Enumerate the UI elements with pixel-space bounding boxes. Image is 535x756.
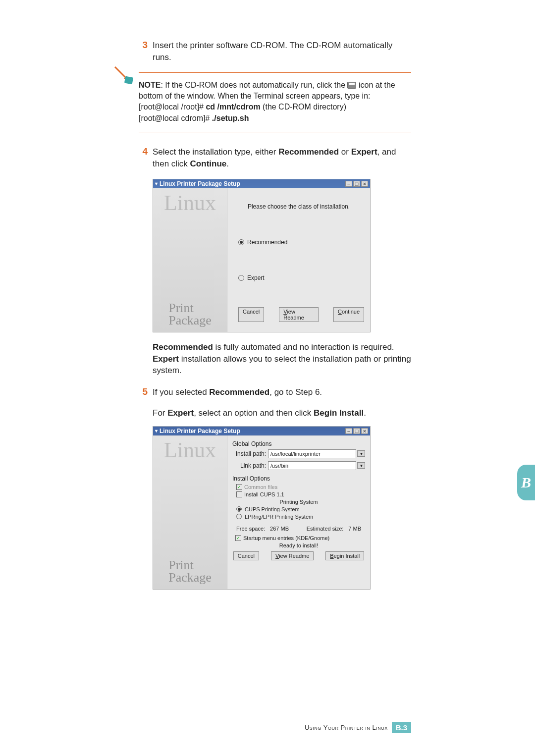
note-icon <box>112 64 134 86</box>
common-files-checkbox[interactable]: Common files <box>232 484 365 490</box>
link-path-input[interactable]: /usr/bin <box>268 461 356 470</box>
step-text: If you selected Recommended, go to Step … <box>153 386 411 398</box>
step4-b1: Recommended <box>278 147 339 157</box>
step5-b1: Recommended <box>209 387 269 397</box>
step-text: Insert the printer software CD-ROM. The … <box>153 40 411 63</box>
dialog-main: Please choose the class of installation.… <box>227 188 370 332</box>
install-cups-checkbox[interactable]: Install CUPS 1.1 <box>232 491 365 497</box>
cmd1-prefix: [root@local /root]# <box>139 103 206 111</box>
dialog-body: Linux PrintPackage Global Options Instal… <box>153 435 370 589</box>
step4-mid: or <box>339 147 351 157</box>
dialog-sidebar: Linux PrintPackage <box>153 188 227 332</box>
step-number: 4 <box>139 146 153 170</box>
global-options-label: Global Options <box>232 440 365 447</box>
continue-button[interactable]: Continue <box>333 307 364 322</box>
radio-dot-icon <box>238 239 244 245</box>
pe-b2: Begin Install <box>314 408 364 418</box>
svg-rect-0 <box>124 76 133 84</box>
pe-t1: For <box>153 408 167 418</box>
dialog-titlebar[interactable]: ▾ Linux Printer Package Setup – □ × <box>153 427 370 435</box>
brand-package: Package <box>168 570 212 585</box>
minimize-button[interactable]: – <box>345 181 352 187</box>
view-readme-button[interactable]: View Readme <box>271 551 314 560</box>
radio-dot-icon <box>236 514 242 519</box>
section-tab: B <box>517 465 535 500</box>
radio-recommended[interactable]: Recommended <box>238 239 364 246</box>
step4-a: Select the installation type, either <box>153 147 278 157</box>
recommended-paragraph: Recommended is fully automated and no in… <box>153 341 411 377</box>
link-path-label: Link path: <box>232 462 268 469</box>
view-readme-button[interactable]: View Readme <box>279 307 319 322</box>
dialog-button-row: Cancel View Readme Continue <box>233 305 364 326</box>
btn-rest: ontinue <box>342 309 360 315</box>
install-path-input[interactable]: /usr/local/linuxprinter <box>268 449 356 458</box>
radio-label: Recommended <box>247 239 287 246</box>
step-number: 5 <box>139 386 153 398</box>
install-options-label: Install Options <box>232 475 365 482</box>
brand-printpackage: PrintPackage <box>165 302 214 326</box>
page-footer: Using Your Printer in Linux B.3 <box>305 722 411 733</box>
para-rec-b1: Recommended <box>153 342 213 352</box>
step4-end: . <box>226 159 229 168</box>
cmd2-bold: ./setup.sh <box>212 114 249 122</box>
para-rec-b2: Expert <box>153 354 179 364</box>
dialog-titlebar[interactable]: ▾ Linux Printer Package Setup – □ × <box>153 179 370 188</box>
window-menu-icon[interactable]: ▾ <box>155 181 158 186</box>
dialog-sidebar: Linux PrintPackage <box>153 435 227 589</box>
maximize-button[interactable]: □ <box>353 181 360 187</box>
close-button[interactable]: × <box>361 181 368 187</box>
note-box: NOTE: If the CD-ROM does not automatical… <box>139 72 411 133</box>
btn-rest: egin Install <box>334 553 360 559</box>
cmd1-bold: cd /mnt/cdrom <box>206 103 260 111</box>
cancel-button[interactable]: Cancel <box>238 307 264 322</box>
page-number: 3 <box>403 723 407 732</box>
printing-system-header: Printing System <box>232 499 365 505</box>
checkbox-icon <box>236 491 242 497</box>
begin-install-button[interactable]: Begin Install <box>325 551 364 560</box>
dialog-main: Global Options Install path: /usr/local/… <box>227 435 370 589</box>
expert-paragraph: For Expert, select an option and then cl… <box>153 407 411 419</box>
minimize-button[interactable]: – <box>345 428 352 434</box>
estimated-size-value: 7 MB <box>348 526 361 532</box>
para-rec-t1: is fully automated and no interaction is… <box>213 342 394 352</box>
radio-expert[interactable]: Expert <box>238 274 364 281</box>
startup-menu-checkbox[interactable]: Startup menu entries (KDE/Gnome) <box>232 535 365 541</box>
free-space-label: Free space: <box>236 526 265 532</box>
install-class-prompt: Please choose the class of installation. <box>233 203 364 210</box>
cancel-button[interactable]: Cancel <box>233 551 259 560</box>
checkbox-label: Install CUPS 1.1 <box>244 491 284 497</box>
window-menu-icon[interactable]: ▾ <box>155 428 158 433</box>
step-3: 3 Insert the printer software CD-ROM. Th… <box>139 40 411 63</box>
checkbox-icon <box>236 484 242 490</box>
link-path-row: Link path: /usr/bin ▾ <box>232 461 365 470</box>
brand-linux: Linux <box>164 440 216 460</box>
dialog-button-row: Cancel View Readme Begin Install <box>232 549 365 563</box>
radio-label: CUPS Printing System <box>245 506 300 512</box>
radio-dot-icon <box>236 506 242 512</box>
mnemonic: B <box>330 553 333 559</box>
mnemonic: C <box>338 309 342 315</box>
page-badge: B.3 <box>392 722 411 733</box>
dialog-title: Linux Printer Package Setup <box>160 180 240 187</box>
dropdown-icon[interactable]: ▾ <box>357 462 365 469</box>
lprng-system-radio[interactable]: LPRng/LPR Printing System <box>232 514 365 520</box>
step-number: 3 <box>139 40 153 63</box>
estimated-size-label: Estimated size: <box>307 526 344 532</box>
footer-text: Using Your Printer in Linux <box>305 724 388 731</box>
step-text: Select the installation type, either Rec… <box>153 146 411 170</box>
printing-system-label: Printing System <box>279 499 318 505</box>
dropdown-icon[interactable]: ▾ <box>357 450 365 457</box>
pe-b1: Expert <box>167 408 194 418</box>
pe-t2: , select an option and then click <box>194 408 314 418</box>
close-button[interactable]: × <box>361 428 368 434</box>
step5-a: If you selected <box>153 387 209 397</box>
step5-mid: , go to Step 6. <box>269 387 322 397</box>
note-sep: : <box>160 81 165 89</box>
note-label: NOTE <box>139 81 160 89</box>
page-content: 3 Insert the printer software CD-ROM. Th… <box>139 40 411 598</box>
cups-system-radio[interactable]: CUPS Printing System <box>232 506 365 512</box>
para-rec-t2: installation allows you to select the in… <box>153 354 411 376</box>
maximize-button[interactable]: □ <box>353 428 360 434</box>
terminal-icon <box>347 82 356 89</box>
installer-dialog-1: ▾ Linux Printer Package Setup – □ × Linu… <box>153 179 371 332</box>
